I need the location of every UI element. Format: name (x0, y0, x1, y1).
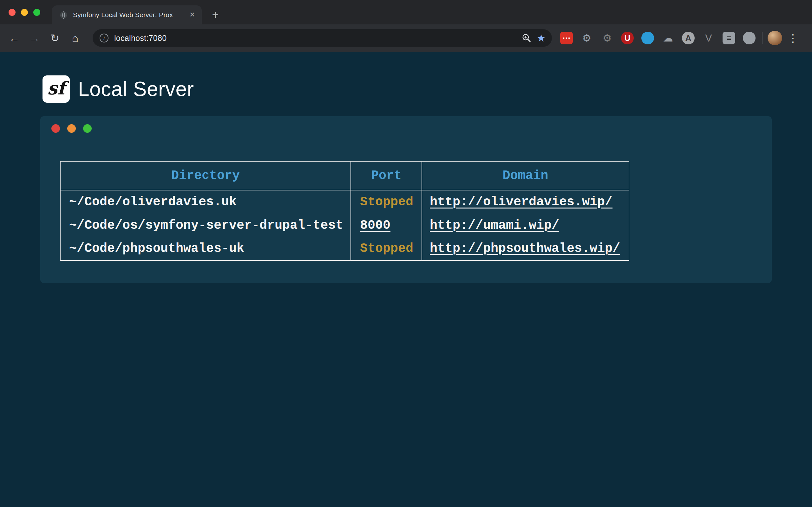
address-bar[interactable]: i localhost:7080 ★ (93, 29, 552, 47)
card-dot-red (51, 124, 60, 133)
window-zoom-button[interactable] (33, 9, 40, 16)
directory-cell: ~/Code/oliverdavies.uk (60, 190, 351, 214)
bookmark-star-icon[interactable]: ★ (537, 32, 546, 44)
browser-window: Symfony Local Web Server: Prox × + ← → ↻… (0, 0, 812, 507)
table-row: ~/Code/os/symfony-server-drupal-test 800… (60, 214, 629, 237)
browser-tab[interactable]: Symfony Local Web Server: Prox × (52, 5, 202, 24)
port-status: Stopped (360, 195, 413, 209)
tab-close-icon[interactable]: × (187, 10, 197, 20)
toolbar-divider (762, 32, 763, 44)
window-minimize-button[interactable] (21, 9, 28, 16)
table-row: ~/Code/oliverdavies.uk Stopped http://ol… (60, 190, 629, 214)
symfony-logo: sf (43, 75, 70, 103)
zoom-icon[interactable] (521, 33, 531, 43)
card-dot-green (83, 124, 92, 133)
symfony-logo-text: sf (47, 78, 65, 99)
domain-link[interactable]: http://umami.wip/ (430, 218, 559, 233)
window-close-button[interactable] (9, 9, 15, 16)
browser-menu-kebab-icon[interactable]: ⋮ (786, 31, 799, 45)
extensions-area: ⋯ ⚙ ⚙ U ☁ A V ≡ (560, 32, 756, 44)
servers-table: Directory Port Domain ~/Code/oliverdavie… (60, 161, 629, 261)
macos-traffic-lights (0, 9, 40, 16)
page-title: Local Server (78, 75, 194, 103)
profile-avatar[interactable] (768, 31, 782, 45)
ublock-extension-icon[interactable]: U (621, 32, 634, 44)
column-header-port: Port (351, 161, 422, 190)
page-content: sf Local Server Directory Port Domain (0, 52, 812, 507)
home-button[interactable]: ⌂ (68, 31, 83, 45)
port-link[interactable]: 8000 (360, 218, 391, 233)
red-dots-extension-icon[interactable]: ⋯ (560, 32, 573, 44)
table-header-row: Directory Port Domain (60, 161, 629, 190)
address-url[interactable]: localhost:7080 (114, 34, 521, 43)
tab-title: Symfony Local Web Server: Prox (73, 11, 185, 19)
server-card: Directory Port Domain ~/Code/oliverdavie… (40, 116, 772, 283)
directory-cell: ~/Code/phpsouthwales-uk (60, 237, 351, 261)
tab-favicon-globe-icon (59, 11, 68, 19)
column-header-domain: Domain (422, 161, 629, 190)
card-dot-orange (67, 124, 76, 133)
cloud-extension-icon[interactable]: ☁ (662, 32, 674, 44)
new-tab-button[interactable]: + (208, 5, 223, 24)
back-button[interactable]: ← (7, 31, 21, 45)
directory-cell: ~/Code/os/symfony-server-drupal-test (60, 214, 351, 237)
browser-toolbar: ← → ↻ ⌂ i localhost:7080 ★ ⋯ ⚙ ⚙ U ☁ (0, 24, 812, 52)
tab-strip: Symfony Local Web Server: Prox × + (0, 0, 812, 24)
letter-v-extension-icon[interactable]: V (702, 32, 715, 44)
site-info-icon[interactable]: i (100, 34, 108, 43)
domain-link[interactable]: http://phpsouthwales.wip/ (430, 241, 620, 256)
column-header-directory: Directory (60, 161, 351, 190)
card-traffic-dots (51, 124, 92, 133)
letter-a-extension-icon[interactable]: A (682, 32, 695, 44)
cog-extension-icon[interactable]: ⚙ (601, 32, 613, 44)
port-status: Stopped (360, 241, 413, 256)
table-row: ~/Code/phpsouthwales-uk Stopped http://p… (60, 237, 629, 261)
domain-link[interactable]: http://oliverdavies.wip/ (430, 195, 612, 209)
list-extension-icon[interactable]: ≡ (722, 32, 735, 44)
gear-extension-icon[interactable]: ⚙ (580, 32, 593, 44)
github-octocat-extension-icon[interactable] (743, 32, 756, 44)
reload-button[interactable]: ↻ (48, 31, 62, 45)
blue-disc-extension-icon[interactable] (641, 32, 654, 44)
forward-button[interactable]: → (27, 31, 42, 45)
